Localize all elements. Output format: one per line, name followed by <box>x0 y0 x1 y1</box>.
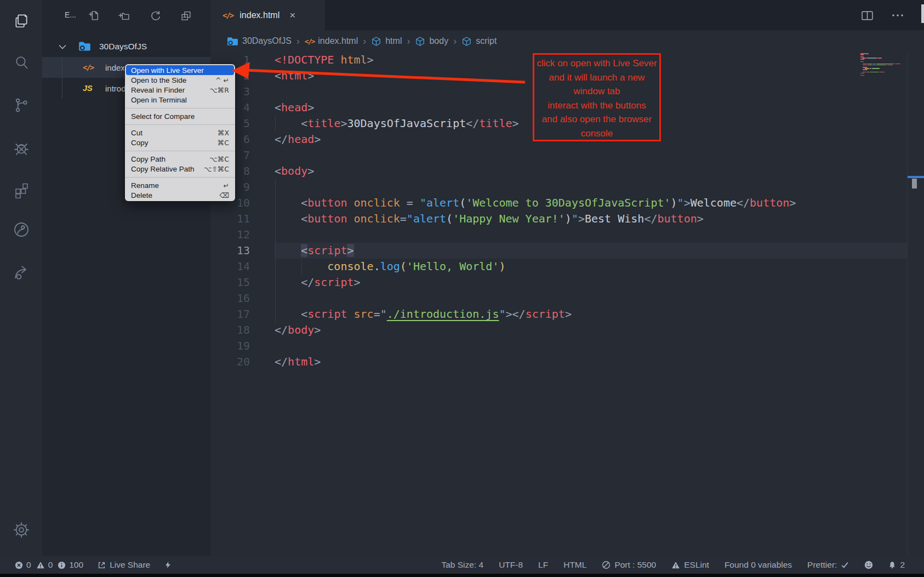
code-token: </ <box>512 307 526 321</box>
code-line-16[interactable]: 16 <box>210 290 924 306</box>
minimap-segment <box>863 65 867 66</box>
status-item-bolt-icon[interactable] <box>164 561 172 569</box>
scrollbar-thumb[interactable] <box>912 179 917 188</box>
status-item-0[interactable]: 0 <box>36 560 53 570</box>
code-token <box>413 196 420 209</box>
status-item-eslint[interactable]: ESLint <box>671 560 709 570</box>
minimap-segment <box>870 72 879 73</box>
breadcrumb-item-30daysofjs[interactable]: 30DaysOfJS <box>227 36 292 46</box>
more-actions-icon[interactable] <box>890 8 905 23</box>
code-token: > <box>512 117 519 130</box>
code-line-20[interactable]: 20</html> <box>210 354 924 370</box>
menu-item-copy-path[interactable]: Copy Path⌥⌘C <box>126 154 234 164</box>
new-folder-icon[interactable] <box>117 9 130 22</box>
code-line-15[interactable]: 15 </script> <box>210 275 924 290</box>
warning-icon <box>36 561 45 569</box>
code-line-8[interactable]: 8<body> <box>210 163 924 179</box>
search-icon[interactable] <box>0 52 42 73</box>
code-token: ( <box>459 196 466 209</box>
activity-bar <box>0 0 42 556</box>
overview-ruler-marker <box>908 176 924 178</box>
code-line-12[interactable]: 12 <box>210 227 924 243</box>
new-file-icon[interactable] <box>87 9 100 22</box>
code-line-14[interactable]: 14 console.log('Hello, World') <box>210 259 924 275</box>
code-token: script <box>526 307 565 321</box>
status-item-problems[interactable]: 00100 <box>15 560 83 570</box>
minimap[interactable] <box>860 53 906 76</box>
menu-item-open-to-the-side[interactable]: Open to the Side^ ↵ <box>126 75 234 85</box>
feedback-icon[interactable] <box>0 262 42 283</box>
collapse-folders-icon[interactable] <box>179 9 192 22</box>
menu-item-open-with-live-server[interactable]: Open with Live Server <box>126 65 234 75</box>
status-bar: 00100Live Share Tab Size: 4UTF-8LFHTMLPo… <box>0 556 924 574</box>
explorer-icon[interactable] <box>0 10 42 31</box>
menu-item-label: Copy <box>131 139 218 147</box>
bell-icon <box>888 561 896 569</box>
menu-item-shortcut: ⌥⌘C <box>209 155 229 163</box>
minimap-segment <box>860 59 864 60</box>
status-item-smiley-icon[interactable] <box>864 561 873 569</box>
menu-item-cut[interactable]: Cut⌘X <box>126 128 234 138</box>
code-token <box>334 53 340 66</box>
code-line-18[interactable]: 18</body> <box>210 322 924 338</box>
tree-folder-row[interactable]: 30DaysOfJS <box>42 36 210 57</box>
menu-item-copy[interactable]: Copy⌘C <box>126 138 234 147</box>
eslint-warning-icon <box>671 561 680 569</box>
breadcrumb-separator: › <box>407 36 410 47</box>
code-line-19[interactable]: 19 <box>210 338 924 354</box>
status-item-live-share[interactable]: Live Share <box>98 560 150 570</box>
breadcrumb-item-html[interactable]: html <box>371 36 402 47</box>
line-number: 12 <box>210 227 250 243</box>
settings-gear-icon[interactable] <box>0 519 42 540</box>
code-line-11[interactable]: 11 <button onclick="alert('Happy New Yea… <box>210 211 924 227</box>
status-item-port-5500[interactable]: Port : 5500 <box>602 560 656 570</box>
line-number: 19 <box>210 338 250 354</box>
breadcrumb-item-script[interactable]: script <box>461 36 497 47</box>
breadcrumb-item-body[interactable]: body <box>415 36 448 47</box>
line-content: <!DOCTYPE html> <box>275 52 374 68</box>
status-item-found-0-variables[interactable]: Found 0 variables <box>725 560 792 570</box>
code-token: > <box>314 133 321 146</box>
status-item-100[interactable]: 100 <box>58 560 83 570</box>
status-item-html[interactable]: HTML <box>563 560 586 570</box>
menu-item-shortcut: ↵ <box>224 181 229 190</box>
status-item-0[interactable]: 0 <box>15 560 31 570</box>
status-item-prettier[interactable]: Prettier: <box>807 560 849 570</box>
menu-item-reveal-in-finder[interactable]: Reveal in Finder⌥⌘R <box>126 85 234 95</box>
breadcrumb-label: body <box>429 36 448 46</box>
minimap-segment <box>860 61 864 62</box>
run-debug-icon[interactable] <box>0 138 42 159</box>
scrollbar-top-handle[interactable] <box>921 4 924 23</box>
menu-item-rename[interactable]: Rename↵ <box>126 180 234 190</box>
code-token: button <box>307 196 347 209</box>
code-token: > <box>307 164 314 178</box>
code-line-7[interactable]: 7 <box>210 147 924 163</box>
close-tab-icon[interactable]: × <box>289 10 295 20</box>
status-item-utf-8[interactable]: UTF-8 <box>499 560 523 570</box>
tab-index-html[interactable]: </> index.html × <box>210 0 325 30</box>
code-token: 'Happy New Year!' <box>453 212 565 225</box>
menu-item-select-for-compare[interactable]: Select for Compare <box>126 111 234 121</box>
code-line-10[interactable]: 10 <button onclick = "alert('Welcome to … <box>210 195 924 211</box>
code-line-17[interactable]: 17 <script src="./introduction.js"></scr… <box>210 306 924 322</box>
menu-item-open-in-terminal[interactable]: Open in Terminal <box>126 95 234 105</box>
refresh-icon[interactable] <box>149 9 162 22</box>
breadcrumb-item-index-html[interactable]: </>index.html <box>305 36 358 46</box>
code-token: = <box>400 212 407 225</box>
split-editor-icon[interactable] <box>859 8 875 23</box>
annotation-text-line: and also open the browser <box>534 112 659 127</box>
source-control-icon[interactable] <box>0 95 42 116</box>
annotation-text-line: console <box>534 127 659 141</box>
menu-item-copy-relative-path[interactable]: Copy Relative Path⌥⇧⌘C <box>126 164 234 174</box>
code-token: " <box>677 196 684 209</box>
menu-item-label: Copy Relative Path <box>131 165 204 173</box>
code-line-13[interactable]: 13 <script> <box>210 243 924 259</box>
status-item-2[interactable]: 2 <box>888 560 905 570</box>
extensions-icon[interactable] <box>0 180 42 201</box>
status-item-lf[interactable]: LF <box>538 560 548 570</box>
menu-item-delete[interactable]: Delete⌫ <box>126 190 234 200</box>
status-item-tab-size-4[interactable]: Tab Size: 4 <box>441 560 483 570</box>
code-token: 'Hello, World' <box>407 260 499 273</box>
live-share-icon[interactable] <box>0 219 42 240</box>
code-line-9[interactable]: 9 <box>210 179 924 195</box>
